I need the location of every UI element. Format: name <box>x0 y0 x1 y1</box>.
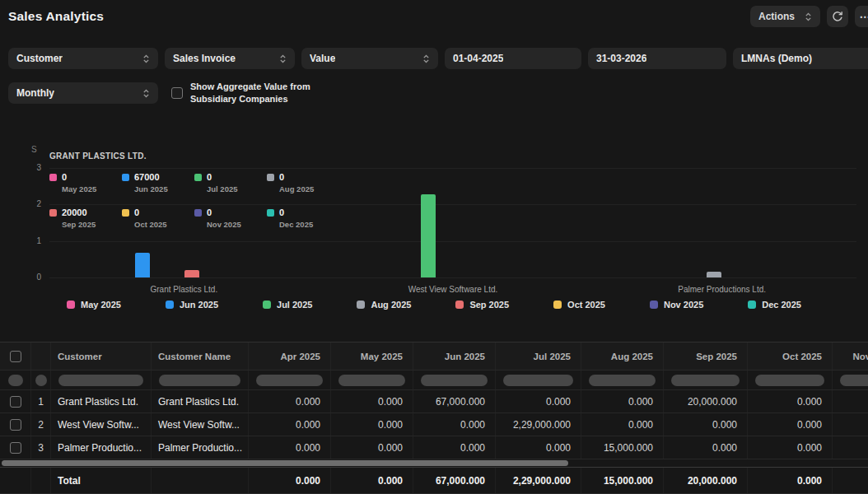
cell-jun-2025: 0.000 <box>413 413 496 436</box>
column-filter-input-apr-2025[interactable] <box>256 375 323 386</box>
column-header-customer[interactable]: Customer <box>51 343 152 370</box>
table-row: 2West View Softw...West View Softw...0.0… <box>0 413 868 436</box>
legend-item-may-2025: May 2025 <box>67 300 121 310</box>
column-header-jul-2025[interactable]: Jul 2025 <box>496 343 581 370</box>
column-filter-input-sep-2025[interactable] <box>671 375 740 386</box>
tooltip-item-may-2025: 0May 2025 <box>49 172 122 193</box>
cell-apr-2025: 0.000 <box>249 436 331 459</box>
based-on-filter-value: Sales Invoice <box>173 53 236 64</box>
column-filter-input-jun-2025[interactable] <box>421 375 488 386</box>
bar-jun-2025-grant-plastics-ltd[interactable] <box>135 253 150 277</box>
range-filter-select[interactable]: Monthly <box>8 82 158 104</box>
more-menu-button[interactable]: ⋯ <box>855 6 868 27</box>
total-cell-aug-2025: 15,000.000 <box>581 468 664 493</box>
column-header-may-2025[interactable]: May 2025 <box>331 343 413 370</box>
legend-label: Sep 2025 <box>469 300 509 310</box>
index-header-cell <box>31 343 51 370</box>
tooltip-item-sep-2025: 20000Sep 2025 <box>49 207 122 229</box>
column-filter-input-jul-2025[interactable] <box>503 375 573 386</box>
column-header-sep-2025[interactable]: Sep 2025 <box>664 343 748 370</box>
table-filter-row-container <box>0 370 868 390</box>
cell-customer[interactable]: West View Softw... <box>51 413 152 436</box>
value-quantity-filter-value: Value <box>310 53 335 64</box>
cell-customer[interactable]: Palmer Productio... <box>51 436 152 459</box>
to-date-value: 31-03-2026 <box>596 53 646 64</box>
tooltip-item-nov-2025: 0Nov 2025 <box>194 207 267 229</box>
row-checkbox[interactable] <box>10 396 21 408</box>
total-cell-jun-2025: 67,000.000 <box>413 468 496 493</box>
filter-cell <box>152 370 249 389</box>
gridline <box>49 241 856 242</box>
select-all-checkbox[interactable] <box>10 351 21 362</box>
actions-button[interactable]: Actions <box>750 6 820 27</box>
tooltip-item-dec-2025: 0Dec 2025 <box>267 207 339 229</box>
cell-sep-2025: 0.000 <box>664 413 748 436</box>
column-header-aug-2025[interactable]: Aug 2025 <box>581 343 664 370</box>
total-cell-may-2025: 0.000 <box>331 468 413 493</box>
cell-customer-name[interactable]: West View Softw... <box>152 413 249 436</box>
row-checkbox[interactable] <box>10 442 21 454</box>
bar-sep-2025-grant-plastics-ltd[interactable] <box>184 270 199 277</box>
to-date-input[interactable]: 31-03-2026 <box>588 48 726 69</box>
based-on-filter-select[interactable]: Sales Invoice <box>165 48 295 69</box>
cell-nov-2025 <box>833 390 868 412</box>
legend-swatch-icon <box>263 301 271 309</box>
from-date-input[interactable]: 01-04-2025 <box>445 48 581 69</box>
cell-customer[interactable]: Grant Plastics Ltd. <box>51 390 152 412</box>
column-filter-input[interactable] <box>8 375 23 386</box>
aggregate-checkbox[interactable] <box>171 87 183 99</box>
filter-cell <box>331 370 413 389</box>
column-filter-input-customer[interactable] <box>58 375 143 386</box>
tooltip-value-row: 0 <box>194 172 267 182</box>
column-filter-input-nov-2025[interactable] <box>840 375 868 386</box>
tooltip-label: May 2025 <box>62 184 122 193</box>
company-filter-input[interactable]: LMNAs (Demo) <box>733 48 868 69</box>
cell-customer-name[interactable]: Grant Plastics Ltd. <box>152 390 249 412</box>
cell-may-2025: 0.000 <box>331 390 413 412</box>
column-filter-input-aug-2025[interactable] <box>589 375 656 386</box>
header-actions: Actions ⋯ <box>750 6 868 27</box>
legend-item-sep-2025: Sep 2025 <box>455 300 509 310</box>
x-axis-label-grant-plastics-ltd: Grant Plastics Ltd. <box>93 285 274 294</box>
legend-swatch-icon <box>553 301 562 309</box>
legend-swatch-icon <box>455 301 464 309</box>
tooltip-label: Jun 2025 <box>134 184 194 193</box>
tooltip-label: Nov 2025 <box>207 220 267 229</box>
bar-aug-2025-palmer-productions-ltd[interactable] <box>707 272 721 277</box>
cell-customer-name[interactable]: Palmer Productio... <box>152 436 249 459</box>
column-header-apr-2025[interactable]: Apr 2025 <box>249 343 331 370</box>
row-index: 3 <box>31 436 51 459</box>
table-row: 1Grant Plastics Ltd.Grant Plastics Ltd.0… <box>0 390 868 413</box>
tooltip-title: GRANT PLASTICS LTD. <box>49 151 339 161</box>
legend-item-dec-2025: Dec 2025 <box>748 300 801 310</box>
column-filter-input[interactable] <box>35 375 47 386</box>
table-total-container: Total0.0000.00067,000.0002,29,000.00015,… <box>0 467 868 494</box>
column-filter-input-may-2025[interactable] <box>338 375 405 386</box>
column-header-jun-2025[interactable]: Jun 2025 <box>413 343 496 370</box>
column-header-nov-2025[interactable]: Nov 2025 <box>833 343 868 370</box>
filter-row-primary: Customer Sales Invoice Value 01-04-2025 … <box>8 48 860 69</box>
row-index: 2 <box>31 413 51 436</box>
legend-item-oct-2025: Oct 2025 <box>553 300 605 310</box>
table-header: CustomerCustomer NameApr 2025May 2025Jun… <box>0 343 868 370</box>
tooltip-swatch-icon <box>267 209 274 217</box>
bar-jul-2025-west-view-software-ltd[interactable] <box>421 194 436 277</box>
value-quantity-filter-select[interactable]: Value <box>301 48 438 69</box>
scrollbar-thumb[interactable] <box>2 460 568 466</box>
company-filter-value: LMNAs (Demo) <box>741 53 812 64</box>
cell-oct-2025: 0.000 <box>748 413 833 436</box>
total-cell-sep-2025: 20,000.000 <box>664 468 748 493</box>
column-header-customer-name[interactable]: Customer Name <box>152 343 249 370</box>
column-filter-input-customer-name[interactable] <box>159 375 240 386</box>
column-header-oct-2025[interactable]: Oct 2025 <box>748 343 833 370</box>
refresh-button[interactable] <box>827 6 848 27</box>
actions-button-label: Actions <box>758 11 795 22</box>
row-checkbox[interactable] <box>10 419 21 431</box>
column-filter-input-oct-2025[interactable] <box>755 375 824 386</box>
tree-type-filter-select[interactable]: Customer <box>8 48 158 69</box>
cell-may-2025: 0.000 <box>331 436 413 459</box>
tooltip-swatch-icon <box>49 174 57 181</box>
cell-aug-2025: 15,000.000 <box>581 436 664 459</box>
table-filter-row <box>0 370 868 390</box>
cell-nov-2025 <box>833 413 868 436</box>
